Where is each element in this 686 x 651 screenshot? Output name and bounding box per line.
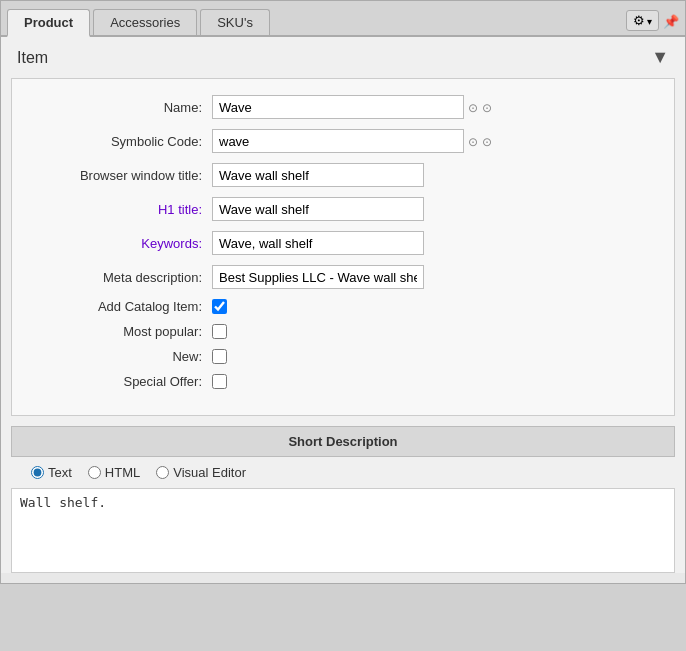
- name-label: Name:: [32, 100, 212, 115]
- radio-html-option[interactable]: HTML: [88, 465, 140, 480]
- meta-description-label: Meta description:: [32, 270, 212, 285]
- symbolic-code-input-group: [212, 129, 492, 153]
- name-input-group: [212, 95, 492, 119]
- symbolic-copy-icon[interactable]: [468, 133, 478, 149]
- special-offer-checkbox[interactable]: [212, 374, 227, 389]
- tab-bar: Product Accessories SKU's: [1, 1, 685, 37]
- name-link-icon[interactable]: [482, 99, 492, 115]
- name-row: Name:: [32, 95, 654, 119]
- new-checkbox[interactable]: [212, 349, 227, 364]
- meta-description-input[interactable]: [212, 265, 424, 289]
- add-catalog-item-label: Add Catalog Item:: [32, 299, 212, 314]
- form-container: Name: Symbolic Code: Browser window ti: [11, 78, 675, 416]
- most-popular-row: Most popular:: [32, 324, 654, 339]
- meta-description-row: Meta description:: [32, 265, 654, 289]
- browser-title-row: Browser window title:: [32, 163, 654, 187]
- tab-bar-actions: [626, 10, 679, 35]
- symbolic-code-label: Symbolic Code:: [32, 134, 212, 149]
- keywords-label: Keywords:: [32, 236, 212, 251]
- radio-visual-editor-label: Visual Editor: [173, 465, 246, 480]
- section-header: Item ▼: [1, 37, 685, 78]
- radio-html-label: HTML: [105, 465, 140, 480]
- main-window: Product Accessories SKU's Item ▼ Name:: [0, 0, 686, 584]
- new-row: New:: [32, 349, 654, 364]
- symbolic-code-row: Symbolic Code:: [32, 129, 654, 153]
- browser-title-input[interactable]: [212, 163, 424, 187]
- description-textarea-container: Wall shelf.: [11, 488, 675, 573]
- gear-button[interactable]: [626, 10, 659, 31]
- browser-title-label: Browser window title:: [32, 168, 212, 183]
- h1-title-label: H1 title:: [32, 202, 212, 217]
- radio-html-input[interactable]: [88, 466, 101, 479]
- name-input[interactable]: [212, 95, 464, 119]
- chevron-down-icon[interactable]: ▼: [651, 47, 669, 68]
- add-catalog-item-row: Add Catalog Item:: [32, 299, 654, 314]
- section-title: Item: [17, 49, 48, 67]
- pin-button[interactable]: [663, 13, 679, 29]
- radio-text-option[interactable]: Text: [31, 465, 72, 480]
- most-popular-label: Most popular:: [32, 324, 212, 339]
- radio-text-label: Text: [48, 465, 72, 480]
- name-copy-icon[interactable]: [468, 99, 478, 115]
- tab-skus[interactable]: SKU's: [200, 9, 270, 35]
- short-description-bar: Short Description: [11, 426, 675, 457]
- add-catalog-item-checkbox[interactable]: [212, 299, 227, 314]
- h1-title-input[interactable]: [212, 197, 424, 221]
- tab-product[interactable]: Product: [7, 9, 90, 37]
- symbolic-code-input[interactable]: [212, 129, 464, 153]
- h1-title-row: H1 title:: [32, 197, 654, 221]
- radio-visual-editor-input[interactable]: [156, 466, 169, 479]
- keywords-row: Keywords:: [32, 231, 654, 255]
- content-area: Item ▼ Name: Symbolic Code:: [1, 37, 685, 573]
- radio-text-input[interactable]: [31, 466, 44, 479]
- new-label: New:: [32, 349, 212, 364]
- tab-accessories[interactable]: Accessories: [93, 9, 197, 35]
- most-popular-checkbox[interactable]: [212, 324, 227, 339]
- radio-group: Text HTML Visual Editor: [11, 457, 675, 488]
- radio-visual-editor-option[interactable]: Visual Editor: [156, 465, 246, 480]
- special-offer-row: Special Offer:: [32, 374, 654, 389]
- description-textarea[interactable]: Wall shelf.: [12, 489, 674, 569]
- symbolic-link-icon[interactable]: [482, 133, 492, 149]
- keywords-input[interactable]: [212, 231, 424, 255]
- gear-icon: [633, 13, 645, 28]
- pin-icon: [663, 13, 679, 29]
- special-offer-label: Special Offer:: [32, 374, 212, 389]
- gear-dropdown-arrow: [647, 13, 652, 28]
